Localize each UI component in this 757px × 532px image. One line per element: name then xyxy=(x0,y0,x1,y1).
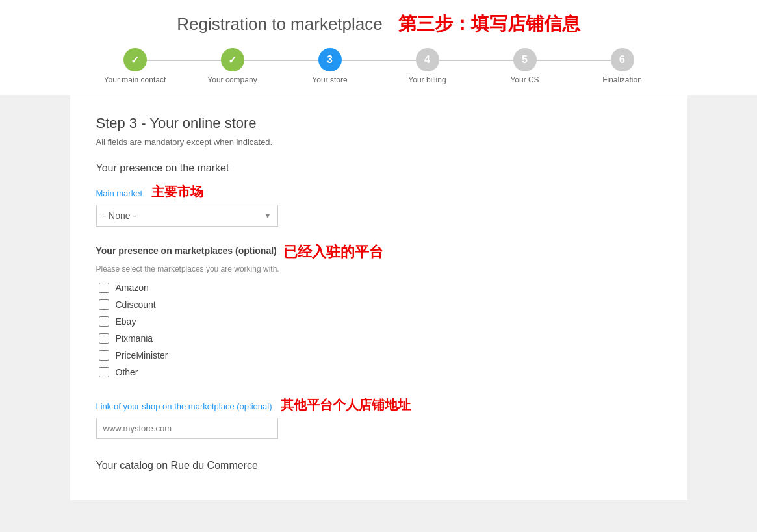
step-3: 3 Your store xyxy=(281,48,379,84)
marketplaces-annotation: 已经入驻的平台 xyxy=(283,242,383,262)
step-3-label: Your store xyxy=(312,75,347,84)
checkbox-amazon-input[interactable] xyxy=(99,283,109,293)
step-5: 5 Your CS xyxy=(476,48,574,84)
step-1-circle: ✓ xyxy=(123,48,147,71)
checkbox-priceminister[interactable]: PriceMinister xyxy=(99,350,661,361)
main-market-label: Main market 主要市场 xyxy=(96,183,661,201)
checkbox-cdiscount-label: Cdiscount xyxy=(116,299,156,310)
page-title: Registration to marketplace xyxy=(177,14,382,34)
step-6-circle: 6 xyxy=(611,48,634,71)
step-5-circle: 5 xyxy=(513,48,537,71)
step-2: ✓ Your company xyxy=(184,48,281,84)
checkbox-amazon-label: Amazon xyxy=(116,283,149,293)
link-section: Link of your shop on the marketplace (op… xyxy=(96,396,661,439)
link-label: Link of your shop on the marketplace (op… xyxy=(96,396,661,414)
step-4-circle: 4 xyxy=(416,48,439,71)
step-1-label: Your main contact xyxy=(104,75,166,84)
step-4-label: Your billing xyxy=(408,75,446,84)
presence-section: Your presence on the market Main market … xyxy=(96,162,661,472)
checkbox-ebay[interactable]: Ebay xyxy=(99,316,661,327)
step-6: 6 Finalization xyxy=(574,48,671,84)
link-annotation: 其他平台个人店铺地址 xyxy=(281,398,411,412)
checkbox-pixmania-input[interactable] xyxy=(99,333,109,344)
checkbox-pixmania[interactable]: Pixmania xyxy=(99,333,661,344)
header-subtitle: 第三步：填写店铺信息 xyxy=(398,12,580,36)
step-6-label: Finalization xyxy=(602,75,642,84)
checkbox-pixmania-label: Pixmania xyxy=(116,333,153,344)
main-market-select-wrapper[interactable]: - None - France Germany Spain Italy UK xyxy=(96,205,278,227)
checkbox-priceminister-label: PriceMinister xyxy=(116,350,168,361)
checkbox-other-label: Other xyxy=(116,367,138,377)
marketplaces-hint: Please select the marketplaces you are w… xyxy=(96,264,661,273)
marketplaces-title: Your presence on marketplaces (optional) xyxy=(96,246,277,256)
main-market-field: Main market 主要市场 - None - France Germany… xyxy=(96,183,661,227)
checkbox-amazon[interactable]: Amazon xyxy=(99,283,661,293)
main-market-annotation: 主要市场 xyxy=(151,184,203,199)
checkbox-ebay-label: Ebay xyxy=(116,316,136,327)
checkbox-other[interactable]: Other xyxy=(99,367,661,377)
step-1: ✓ Your main contact xyxy=(86,48,184,84)
step-heading: Step 3 - Your online store xyxy=(96,115,661,132)
steps-bar: ✓ Your main contact ✓ Your company 3 You… xyxy=(86,48,671,95)
main-market-select[interactable]: - None - France Germany Spain Italy UK xyxy=(96,205,278,227)
checkbox-cdiscount[interactable]: Cdiscount xyxy=(99,299,661,310)
catalog-section-title: Your catalog on Rue du Commerce xyxy=(96,460,661,472)
link-input[interactable] xyxy=(96,418,278,439)
step-3-circle: 3 xyxy=(318,48,342,71)
header: Registration to marketplace 第三步：填写店铺信息 ✓… xyxy=(0,0,757,95)
step-2-label: Your company xyxy=(207,75,257,84)
mandatory-note: All fields are mandatory except when ind… xyxy=(96,137,661,147)
catalog-section: Your catalog on Rue du Commerce xyxy=(96,460,661,472)
checkbox-priceminister-input[interactable] xyxy=(99,350,109,361)
marketplace-checkbox-list: Amazon Cdiscount Ebay Pixmania PriceMini… xyxy=(99,283,661,377)
marketplaces-section: Your presence on marketplaces (optional)… xyxy=(96,242,661,377)
main-content: Step 3 - Your online store All fields ar… xyxy=(70,95,687,500)
header-title-row: Registration to marketplace 第三步：填写店铺信息 xyxy=(177,12,580,36)
step-5-label: Your CS xyxy=(510,75,539,84)
presence-section-title: Your presence on the market xyxy=(96,162,661,174)
checkbox-ebay-input[interactable] xyxy=(99,316,109,327)
step-2-circle: ✓ xyxy=(221,48,244,71)
checkbox-cdiscount-input[interactable] xyxy=(99,299,109,310)
checkbox-other-input[interactable] xyxy=(99,367,109,377)
step-4: 4 Your billing xyxy=(379,48,476,84)
